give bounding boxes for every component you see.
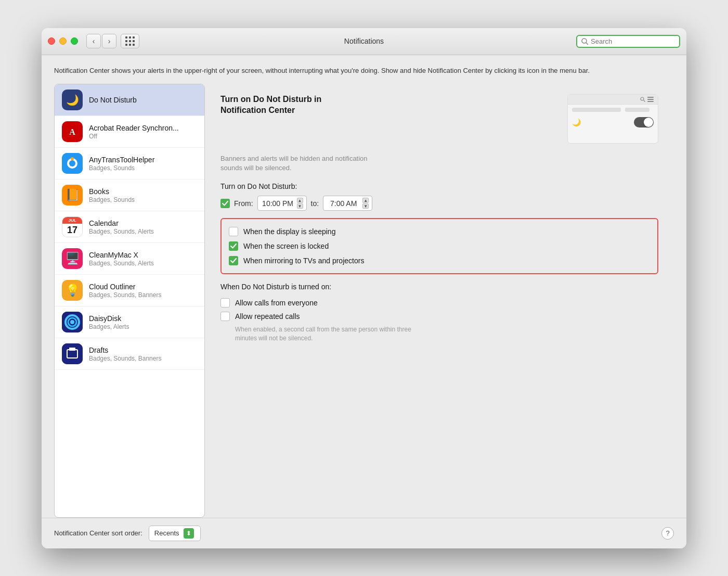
panel-title: Turn on Do Not Disturb inNotification Ce… [220,94,321,116]
preview-dnd-icon: 🌙 [572,118,581,126]
sidebar-item-anytrans[interactable]: AnyTransToolHelper Badges, Sounds [55,148,204,180]
acrobat-name: Acrobat Reader Synchron... [89,124,179,132]
screen-locked-label: When the screen is locked [243,242,329,250]
titlebar: ‹ › Notifications [42,28,686,55]
maximize-button[interactable] [71,37,78,45]
svg-point-15 [641,97,644,100]
mirroring-label: When mirroring to TVs and projectors [243,257,364,265]
sort-arrow-icon: ⬍ [184,528,194,539]
grid-icon [125,36,135,46]
bottom-bar: Notification Center sort order: Recents … [42,518,686,548]
option-row-screen-locked: When the screen is locked [229,239,650,253]
screen-locked-checkbox[interactable] [229,241,238,251]
svg-rect-19 [647,101,654,102]
sidebar-item-dnd[interactable]: 🌙 Do Not Disturb [55,84,204,116]
panel-header: Turn on Do Not Disturb inNotification Ce… [220,94,658,144]
books-icon: 📙 [62,185,83,206]
window: ‹ › Notifications Notification Center sh… [42,28,686,548]
help-button[interactable]: ? [661,527,674,540]
search-bar[interactable] [576,35,680,48]
to-time-stepper[interactable]: ▲ ▼ [362,198,369,209]
books-sub: Badges, Sounds [89,196,135,203]
from-time-down[interactable]: ▼ [297,203,303,209]
svg-text:A: A [69,127,75,136]
forward-button[interactable]: › [102,34,116,48]
preview-bar-row [568,105,658,115]
back-button[interactable]: ‹ [86,34,101,48]
allow-calls-label: Allow calls from everyone [235,299,318,307]
dnd-name: Do Not Disturb [89,96,137,104]
display-sleeping-label: When the display is sleeping [243,227,335,236]
turn-on-label: Turn on Do Not Disturb: [220,182,658,190]
drafts-sub: Badges, Sounds, Banners [89,355,161,362]
content-area: Notification Center shows your alerts in… [42,55,686,518]
cloudoutliner-sub: Badges, Sounds, Banners [89,291,161,299]
drafts-name: Drafts [89,346,161,354]
sidebar-item-acrobat[interactable]: A Acrobat Reader Synchron... Off [55,116,204,148]
allow-calls-checkbox[interactable] [220,298,230,308]
sort-dropdown[interactable]: Recents ⬍ [149,526,201,541]
svg-point-11 [70,320,74,324]
right-panel: Turn on Do Not Disturb inNotification Ce… [205,84,674,518]
from-time-stepper[interactable]: ▲ ▼ [297,198,303,209]
to-time-value: 7:00 AM [327,199,360,208]
books-name: Books [89,187,135,196]
search-input[interactable] [591,37,675,45]
calendar-name: Calendar [89,219,154,227]
sidebar-item-daisydisk[interactable]: DaisyDisk Badges, Alerts [55,306,204,338]
cloudoutliner-name: Cloud Outliner [89,283,161,291]
daisydisk-name: DaisyDisk [89,314,129,323]
from-time-value: 10:00 PM [261,199,295,208]
repeated-calls-note: When enabled, a second call from the sam… [235,325,412,343]
close-button[interactable] [48,37,55,45]
sidebar-item-cleanmymac[interactable]: 🖥️ CleanMyMac X Badges, Sounds, Alerts [55,243,204,275]
svg-rect-12 [62,343,83,364]
cleanmymac-sub: Badges, Sounds, Alerts [89,260,154,267]
repeated-calls-checkbox[interactable] [220,312,230,321]
svg-point-7 [71,157,74,160]
drafts-icon [62,343,83,364]
allow-calls-row: Allow calls from everyone [220,296,658,310]
svg-rect-17 [647,97,654,98]
sidebar-item-drafts[interactable]: Drafts Badges, Sounds, Banners [55,338,204,370]
preview-box: 🌙 [567,94,658,144]
calendar-sub: Badges, Sounds, Alerts [89,228,154,235]
from-time-up[interactable]: ▲ [297,198,303,203]
panel-subtitle: Banners and alerts will be hidden and no… [220,154,387,173]
anytrans-name: AnyTransToolHelper [89,156,154,164]
svg-line-1 [586,43,588,45]
from-time-picker[interactable]: 10:00 PM ▲ ▼ [257,196,307,211]
to-time-up[interactable]: ▲ [362,198,369,203]
daisydisk-icon [62,312,83,332]
window-title: Notifications [344,37,384,45]
display-sleeping-checkbox[interactable] [229,227,238,236]
nav-buttons: ‹ › [86,34,116,48]
time-enable-checkbox[interactable] [220,199,230,208]
option-row-mirroring: When mirroring to TVs and projectors [229,253,650,268]
sidebar-item-cloudoutliner[interactable]: 💡 Cloud Outliner Badges, Sounds, Banners [55,275,204,306]
when-dnd-label: When Do Not Disturb is turned on: [220,283,658,291]
traffic-lights [48,37,78,45]
acrobat-icon: A [62,121,83,142]
preview-toggle [634,117,654,127]
to-time-down[interactable]: ▼ [362,203,369,209]
sidebar-item-books[interactable]: 📙 Books Badges, Sounds [55,180,204,211]
preview-search-icon [640,97,645,102]
cleanmymac-icon: 🖥️ [62,248,83,269]
mirroring-checkbox[interactable] [229,256,238,265]
option-row-display-sleeping: When the display is sleeping [229,224,650,239]
grid-view-button[interactable] [121,34,139,48]
dnd-icon: 🌙 [62,89,83,110]
sidebar-item-calendar[interactable]: JUL 17 Calendar Badges, Sounds, Alerts [55,211,204,243]
preview-header [568,95,658,105]
sort-order-label: Notification Center sort order: [54,529,142,537]
from-label: From: [234,199,253,208]
minimize-button[interactable] [59,37,67,45]
svg-line-16 [644,100,645,102]
to-time-picker[interactable]: 7:00 AM ▲ ▼ [323,196,372,211]
acrobat-sub: Off [89,133,179,140]
time-row: From: 10:00 PM ▲ ▼ to: 7:00 AM ▲ ▼ [220,196,658,211]
sort-value: Recents [154,529,179,537]
cleanmymac-name: CleanMyMac X [89,251,154,259]
calendar-icon: JUL 17 [62,216,83,237]
